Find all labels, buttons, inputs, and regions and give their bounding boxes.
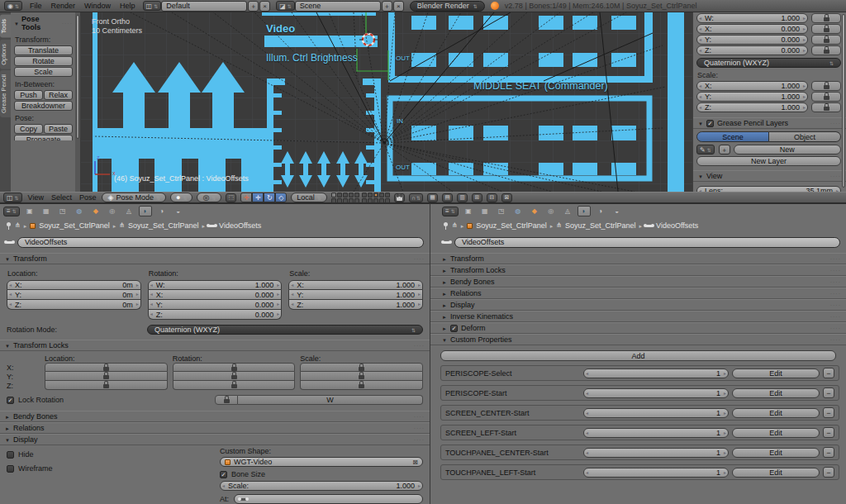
bone-name-field[interactable]: VideoOffsets <box>17 237 424 248</box>
editor-type-properties-button[interactable]: ≡⇅ <box>3 207 20 216</box>
lock-rotation-y-button[interactable] <box>173 372 296 381</box>
transform-locks-panel-header[interactable]: Transform Locks···· <box>430 264 846 276</box>
menu-help[interactable]: Help <box>118 2 137 10</box>
relations-panel-header[interactable]: Relations···· <box>0 422 430 434</box>
scale-z-field[interactable]: Z:1.000 <box>288 300 423 310</box>
lock-scale-x-button[interactable] <box>811 81 841 91</box>
lock-scale-y-button[interactable] <box>300 372 423 381</box>
shelf-tab-grease-pencil[interactable]: Grease Pencil <box>0 70 11 117</box>
tab-armature-data-icon[interactable]: ◬ <box>122 206 135 216</box>
clear-x-icon[interactable]: ⊠ <box>412 459 418 466</box>
layer-group-1[interactable] <box>331 193 359 203</box>
scale-z-field[interactable]: Z:1.000 <box>696 102 808 112</box>
bone-size-checkbox[interactable] <box>220 471 227 478</box>
paste-pose-button[interactable]: ⊟ <box>487 193 497 202</box>
location-y-field[interactable]: Y:0m <box>7 290 141 300</box>
breadcrumb-armature[interactable]: Soyuz_Set_CtrlPanel <box>128 221 199 230</box>
pin-icon[interactable] <box>6 222 12 230</box>
tab-bone-constraints-icon[interactable]: ◑ <box>594 206 607 216</box>
transform-panel-header[interactable]: Transform···· <box>0 253 430 264</box>
display-panel-header[interactable]: Display···· <box>0 434 430 445</box>
view-panel-header[interactable]: View···· <box>693 170 846 182</box>
editor-type-info-button[interactable]: ◉⇅ <box>4 1 22 11</box>
lock-rotation-z-button[interactable] <box>173 381 296 390</box>
screen-layout-name[interactable]: Default <box>161 1 247 12</box>
copy-pose-button[interactable]: Copy <box>14 124 43 134</box>
propagate-button[interactable]: Propagate <box>14 135 73 140</box>
location-x-field[interactable]: X:0m <box>7 280 141 290</box>
breadcrumb-object[interactable]: Soyuz_Set_CtrlPanel <box>39 221 110 230</box>
rotation-y-field[interactable]: Y:0.000 <box>696 35 808 45</box>
editor-type-3dview-button[interactable]: ◫⇅ <box>3 193 22 202</box>
scene-name[interactable]: Scene <box>295 1 381 12</box>
breadcrumb-object[interactable]: Soyuz_Set_CtrlPanel <box>476 221 547 230</box>
custom-shape-scale-field[interactable]: Scale:1.000 <box>220 481 423 491</box>
tab-bone-constraints-icon[interactable]: ◑ <box>155 206 169 216</box>
pivot-align-toggle[interactable]: ⬚ <box>226 193 236 202</box>
lock-scale-y-button[interactable] <box>811 92 841 102</box>
scale-button[interactable]: Scale <box>14 67 73 77</box>
lock-rotation-y-button[interactable] <box>811 35 841 45</box>
tab-physics-icon[interactable]: ◒ <box>172 206 185 216</box>
rotation-z-field[interactable]: Z:0.000 <box>148 310 283 320</box>
paste-pose-button[interactable]: Paste <box>44 124 73 134</box>
delete-layout-button[interactable]: × <box>259 1 270 12</box>
menu-file[interactable]: File <box>28 2 44 10</box>
wireframe-checkbox[interactable] <box>7 465 14 473</box>
shelf-tab-tools[interactable]: Tools <box>0 15 11 38</box>
copy-pose-button[interactable]: ⊞ <box>472 193 482 202</box>
rotation-mode-select[interactable]: Quaternion (WXYZ)⇅ <box>696 58 841 68</box>
gp-object-toggle[interactable]: Object <box>769 131 841 142</box>
edit-property-button[interactable]: Edit <box>732 468 820 478</box>
scene-browse-button[interactable]: ◪⇅ <box>276 1 295 11</box>
add-property-button[interactable]: Add <box>440 350 836 361</box>
rotation-w-field[interactable]: W:1.000 <box>148 280 283 290</box>
rotation-y-field[interactable]: Y:0.000 <box>148 300 283 310</box>
lock-rotation-z-button[interactable] <box>811 45 841 55</box>
paste-flipped-pose-button[interactable]: ⊠ <box>501 193 512 202</box>
tab-render-layers-icon[interactable]: ▦ <box>40 206 53 216</box>
property-value-slider[interactable]: 1 <box>583 428 729 438</box>
lock-rotation-w-button[interactable] <box>215 395 238 405</box>
deform-panel-header[interactable]: Deform···· <box>430 322 846 334</box>
gp-new-button[interactable]: New <box>734 145 841 155</box>
grease-pencil-checkbox[interactable] <box>706 120 714 127</box>
add-layout-button[interactable]: ＋ <box>248 1 259 12</box>
opengl-render-still-button[interactable]: ▤ <box>442 193 453 202</box>
tab-scene-icon[interactable]: ◳ <box>495 206 508 216</box>
tool-shelf-scrollbar[interactable] <box>75 12 80 192</box>
edit-property-button[interactable]: Edit <box>732 388 820 398</box>
remove-property-button[interactable]: − <box>823 467 834 478</box>
layer-group-2[interactable] <box>362 193 390 203</box>
tab-render-icon[interactable]: ▣ <box>462 206 475 216</box>
lock-scale-z-button[interactable] <box>811 102 841 112</box>
edit-property-button[interactable]: Edit <box>732 368 820 378</box>
tab-bone-icon[interactable]: ◗ <box>139 206 152 216</box>
at-bone-field[interactable] <box>234 494 423 504</box>
breadcrumb-armature[interactable]: Soyuz_Set_CtrlPanel <box>565 221 636 230</box>
translate-button[interactable]: Translate <box>14 45 73 55</box>
pivot-point-select[interactable]: ◎⇅ <box>197 193 221 202</box>
tab-constraints-icon[interactable]: ◎ <box>544 206 558 216</box>
lock-location-x-button[interactable] <box>45 363 168 372</box>
lock-scale-z-button[interactable] <box>300 381 423 390</box>
scale-x-field[interactable]: X:1.000 <box>288 280 423 290</box>
scale-x-field[interactable]: X:1.000 <box>696 81 808 91</box>
location-z-field[interactable]: Z:0m <box>7 300 141 310</box>
delete-scene-button[interactable]: × <box>393 1 404 12</box>
breadcrumb-bone[interactable]: VideoOffsets <box>656 221 698 230</box>
tab-constraints-icon[interactable]: ◎ <box>106 206 119 216</box>
scale-y-field[interactable]: Y:1.000 <box>288 290 423 300</box>
manipulator-toggle-button[interactable]: ✛ <box>240 193 252 202</box>
property-value-slider[interactable]: 1 <box>583 388 729 398</box>
remove-property-button[interactable]: − <box>823 427 834 438</box>
rotate-manipulator-button[interactable]: ↻ <box>264 193 275 202</box>
snap-toggle-button[interactable]: ∩⇅ <box>409 193 423 202</box>
menu-pose[interactable]: Pose <box>78 193 98 202</box>
display-panel-header[interactable]: Display···· <box>430 299 846 311</box>
custom-properties-panel-header[interactable]: Custom Properties···· <box>430 334 846 345</box>
push-button[interactable]: Push <box>14 90 43 100</box>
lock-rotation-w-button[interactable] <box>811 13 841 23</box>
custom-shape-field[interactable]: WGT-Video ⊠ <box>220 457 423 467</box>
inverse-kinematics-panel-header[interactable]: Inverse Kinematics···· <box>430 311 846 322</box>
